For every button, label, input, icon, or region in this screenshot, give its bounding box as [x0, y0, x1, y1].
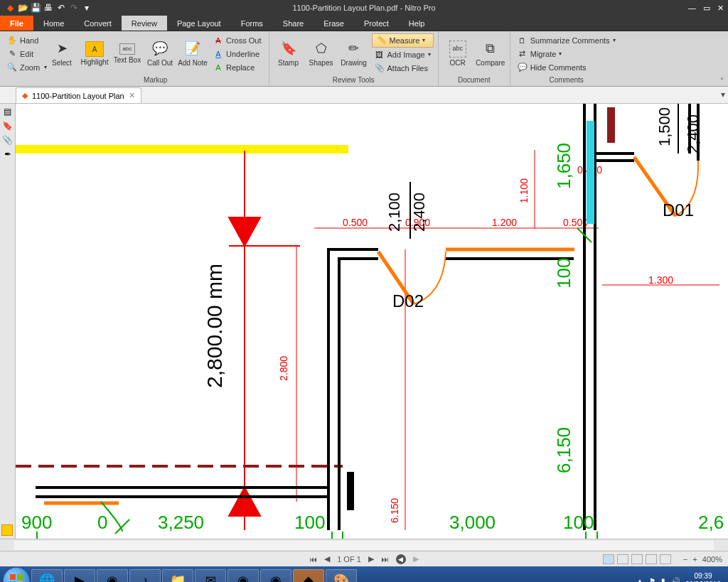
redo-icon[interactable]: ↷ — [68, 2, 80, 14]
first-page-icon[interactable]: ⏮ — [309, 555, 317, 564]
view-continuous[interactable] — [617, 554, 628, 564]
signatures-panel-icon[interactable]: ✒ — [4, 149, 11, 159]
save-icon[interactable]: 💾 — [30, 2, 41, 14]
warning-icon[interactable] — [1, 524, 13, 536]
taskbar-chrome[interactable]: ◉ — [97, 569, 128, 582]
menu-help[interactable]: Help — [399, 16, 435, 31]
taskbar-ie[interactable]: 🌐 — [31, 569, 63, 582]
menu-pagelayout[interactable]: Page Layout — [167, 16, 231, 31]
document-tab[interactable]: ◆ 1100-Partition Layout Plan ✕ — [16, 87, 141, 103]
menu-file[interactable]: File — [0, 16, 33, 31]
view-facing[interactable] — [631, 554, 643, 564]
svg-rect-27 — [348, 473, 353, 509]
group-markup: Markup — [43, 76, 269, 86]
measure-button[interactable]: 📏Measure▾ — [372, 33, 434, 48]
clock-time: 09:39 — [685, 572, 721, 581]
nav-fwd-icon[interactable]: ▶ — [413, 554, 419, 564]
open-icon[interactable]: 📂 — [17, 2, 28, 14]
document-tabs: ◆ 1100-Partition Layout Plan ✕ ▾ — [0, 87, 728, 104]
tray-flag-icon[interactable]: ⚑ — [649, 577, 655, 583]
clock[interactable]: 09:39 22/06/2019 — [685, 572, 721, 582]
textbox-button[interactable]: abcText Box — [112, 43, 142, 64]
zoom-icon: 🔍 — [7, 63, 17, 72]
side-panel: ▤ 🔖 📎 ✒ — [0, 104, 16, 539]
svg-text:6,150: 6,150 — [553, 427, 574, 473]
ocr-button[interactable]: abcOCR — [443, 41, 473, 67]
zoom-out-icon[interactable]: − — [683, 555, 687, 564]
image-icon: 🖼 — [375, 50, 385, 60]
menu-erase[interactable]: Erase — [314, 16, 354, 31]
attach-button[interactable]: 📎Attach Files — [372, 62, 434, 75]
taskbar-nitro[interactable]: ◆ — [293, 569, 324, 582]
svg-text:2.800: 2.800 — [278, 356, 289, 381]
stamp-button[interactable]: 🔖Stamp — [274, 41, 304, 67]
drawing-button[interactable]: ✏Drawing — [339, 41, 369, 67]
zoom-in-icon[interactable]: + — [692, 555, 697, 564]
page-canvas[interactable]: 2,800.00 mm 2.800 6.150 1.100 0.500 0.90… — [16, 104, 728, 539]
callout-button[interactable]: 💬Call Out — [145, 41, 175, 67]
pages-panel-icon[interactable]: ▤ — [4, 107, 11, 117]
close-button[interactable]: ✕ — [717, 4, 724, 13]
taskbar-chrome2[interactable]: ◉ — [228, 569, 259, 582]
taskbar-paint[interactable]: 🎨 — [326, 569, 357, 582]
view-single[interactable] — [603, 554, 614, 564]
group-review: Review Tools — [269, 76, 438, 86]
tray-up-icon[interactable]: ▲ — [636, 577, 643, 583]
compare-button[interactable]: ⧉Compare — [476, 41, 505, 67]
nav-back-icon[interactable]: ◀ — [396, 554, 406, 564]
underline-button[interactable]: AUnderline — [210, 48, 264, 60]
menu-protect[interactable]: Protect — [354, 16, 399, 31]
view-facing-cont[interactable] — [646, 554, 657, 564]
title-bar: ◆ 📂 💾 🖶 ↶ ↷ ▾ 1100-Partition Layout Plan… — [0, 0, 728, 16]
crossout-button[interactable]: ACross Out — [210, 34, 264, 47]
maximize-button[interactable]: ▭ — [703, 4, 710, 13]
qat-dropdown-icon[interactable]: ▾ — [81, 2, 92, 14]
undo-icon[interactable]: ↶ — [55, 2, 67, 14]
tab-close-icon[interactable]: ✕ — [129, 91, 135, 100]
view-fullscreen[interactable] — [660, 554, 671, 564]
shapes-button[interactable]: ⬠Shapes — [306, 41, 336, 67]
menu-convert[interactable]: Convert — [74, 16, 122, 31]
prev-page-icon[interactable]: ◀ — [324, 554, 330, 564]
tray-volume-icon[interactable]: 🔊 — [671, 577, 680, 583]
last-page-icon[interactable]: ⏭ — [381, 555, 389, 564]
addnote-button[interactable]: 📝Add Note — [178, 41, 208, 67]
page-indicator: 1 OF 1 — [337, 555, 361, 564]
menu-share[interactable]: Share — [273, 16, 314, 31]
migrate-button[interactable]: ⇄Migrate▾ — [515, 48, 619, 60]
svg-rect-57 — [10, 574, 16, 580]
tabs-dropdown-icon[interactable]: ▾ — [721, 90, 725, 99]
start-button[interactable] — [3, 567, 30, 582]
svg-text:1,500: 1,500 — [655, 107, 673, 146]
crossout-icon: A — [213, 36, 223, 45]
minimize-button[interactable]: — — [688, 4, 696, 13]
hide-comments-button[interactable]: 💬Hide Comments — [515, 61, 619, 74]
select-button[interactable]: ➤Select — [47, 41, 77, 67]
taskbar-itunes[interactable]: ♪ — [129, 569, 161, 582]
ribbon-collapse-icon[interactable]: ˄ — [720, 77, 724, 85]
print-icon[interactable]: 🖶 — [43, 2, 54, 14]
horizontal-scrollbar[interactable] — [0, 539, 728, 551]
addimage-button[interactable]: 🖼Add Image▾ — [372, 48, 434, 61]
cursor-icon: ➤ — [53, 41, 70, 58]
highlight-button[interactable]: AHighlight — [80, 41, 109, 66]
tray-network-icon[interactable]: ▮ — [661, 577, 665, 583]
bookmarks-panel-icon[interactable]: 🔖 — [2, 121, 13, 131]
taskbar-chrome3[interactable]: ◉ — [260, 569, 291, 582]
svg-text:D02: D02 — [392, 291, 424, 311]
tab-title: 1100-Partition Layout Plan — [32, 92, 124, 100]
replace-button[interactable]: AReplace — [210, 61, 264, 74]
menu-review[interactable]: Review — [122, 16, 167, 31]
next-page-icon[interactable]: ▶ — [368, 554, 374, 564]
menu-home[interactable]: Home — [33, 16, 74, 31]
taskbar-media[interactable]: ▶ — [64, 569, 95, 582]
zoom-level[interactable]: 400% — [702, 555, 722, 564]
paperclip-icon: 📎 — [375, 63, 385, 73]
stamp-icon: 🔖 — [280, 41, 297, 58]
menu-forms[interactable]: Forms — [231, 16, 273, 31]
svg-text:3,000: 3,000 — [449, 512, 496, 533]
summarize-button[interactable]: 🗒Summarize Comments▾ — [515, 34, 619, 47]
taskbar-outlook[interactable]: ✉ — [195, 569, 226, 582]
attachments-panel-icon[interactable]: 📎 — [2, 135, 13, 145]
taskbar-explorer[interactable]: 📁 — [162, 569, 193, 582]
